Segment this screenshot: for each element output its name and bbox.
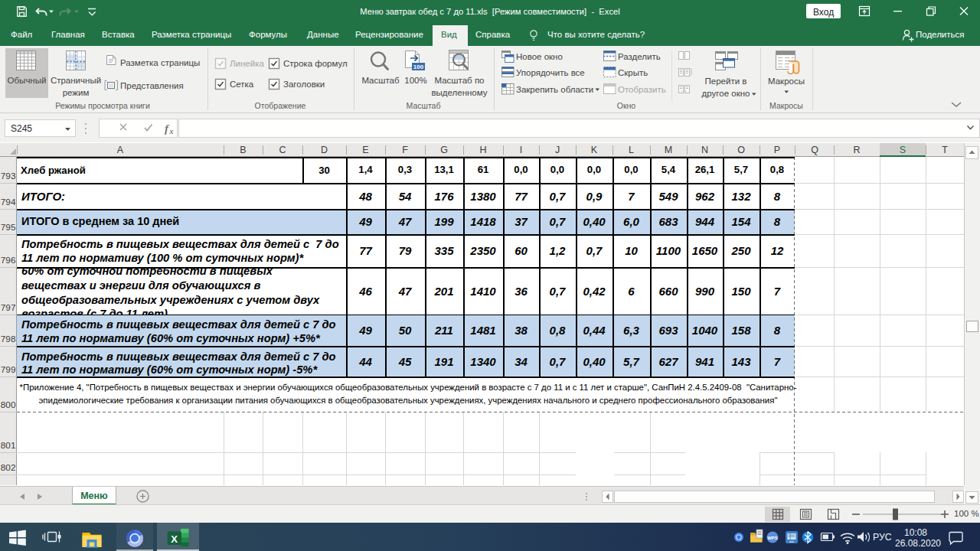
svg-text:WPS: WPS [767, 536, 778, 540]
svg-text:X: X [171, 533, 178, 545]
svg-text:26.08.2020: 26.08.2020 [895, 538, 941, 549]
svg-text:x: x [169, 127, 174, 135]
svg-text:РУС: РУС [873, 532, 892, 543]
svg-text:10:08: 10:08 [904, 527, 927, 538]
svg-text:100: 100 [413, 64, 424, 70]
